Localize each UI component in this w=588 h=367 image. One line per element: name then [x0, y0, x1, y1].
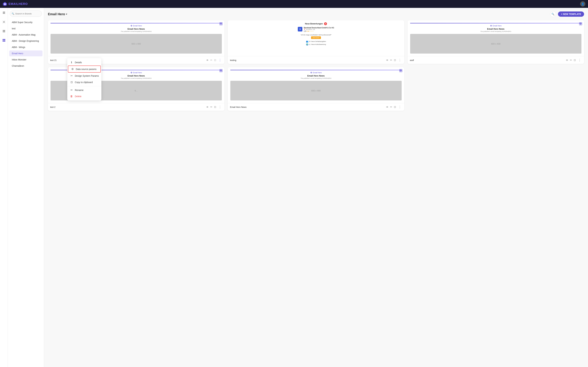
brand-title-text: Email Hero	[48, 12, 65, 16]
copy-icon[interactable]: ⊡	[394, 106, 396, 108]
card-preview: Email Hero Email Hero News The publisher…	[48, 20, 225, 56]
svg-rect-15	[4, 41, 5, 42]
main-content: Email Hero ▾ 🔍 + NEW TEMPLATE Email Hero…	[44, 8, 588, 367]
card-title: Email Hero News	[307, 75, 325, 77]
review-read-button[interactable]: Jetzt lesen	[311, 36, 321, 39]
svg-rect-4	[3, 12, 5, 13]
header-actions: 🔍 + NEW TEMPLATE	[550, 11, 584, 17]
sidebar-icon-apps[interactable]	[1, 37, 7, 43]
svg-rect-34	[220, 69, 221, 70]
sidebar-icon-grid[interactable]	[1, 28, 7, 34]
sidebar-item-abm-design[interactable]: ABM - Design Engineering	[9, 38, 43, 44]
menu-item-design-system-params[interactable]: ✂ Design System Params	[67, 73, 101, 79]
svg-rect-37	[221, 71, 222, 72]
stat-icon-0: 👥	[306, 40, 308, 43]
edit-icon[interactable]: ✏	[210, 106, 212, 108]
more-button[interactable]: ⋮	[218, 58, 222, 62]
view-icon[interactable]: 👁	[206, 59, 209, 62]
more-button[interactable]: ⋮	[218, 105, 222, 109]
copy-icon[interactable]: ⊡	[214, 59, 216, 62]
more-button[interactable]: ⋮	[398, 58, 402, 62]
card-title: Email Hero News	[487, 28, 504, 30]
more-button[interactable]: ⋮	[398, 105, 402, 109]
menu-item-rename[interactable]: ✏ Rename	[67, 87, 101, 93]
new-template-button[interactable]: + NEW TEMPLATE	[558, 11, 584, 17]
search-button[interactable]: 🔍	[550, 11, 556, 17]
search-input[interactable]	[15, 12, 43, 15]
copy-icon[interactable]: ⊡	[394, 59, 396, 62]
menu-icon-design-system-params: ✂	[70, 74, 73, 77]
menu-divider	[67, 86, 101, 86]
search-box: 🔍 +	[10, 10, 42, 17]
icon-sidebar	[0, 8, 8, 367]
menu-label-data-source-params: Data source params	[76, 68, 96, 70]
brand-title[interactable]: Email Hero ▾	[48, 12, 67, 16]
stat-label-1: Neue Kulturbewertung	[311, 44, 326, 45]
svg-rect-3	[3, 12, 5, 12]
grid-icon[interactable]	[579, 22, 582, 26]
template-card-email-hero-news: Email Hero Email Hero News The publisher…	[228, 67, 404, 111]
sidebar-item-abm-wings[interactable]: ABM - Wings	[9, 44, 43, 50]
menu-item-details[interactable]: ℹ Details	[67, 59, 101, 66]
edit-icon[interactable]: ✏	[570, 59, 572, 62]
card-actions: 👁 ✏ ⊡ ⋮	[386, 58, 402, 62]
sidebar-item-test[interactable]: test	[9, 25, 43, 32]
menu-label-rename: Rename	[75, 89, 84, 92]
svg-rect-9	[4, 30, 5, 31]
svg-rect-11	[4, 31, 5, 32]
svg-rect-35	[221, 69, 222, 70]
template-card-test21: Email Hero Email Hero News The publisher…	[48, 20, 225, 64]
sidebar-icon-tools[interactable]	[1, 19, 7, 25]
edit-icon[interactable]: ✏	[210, 59, 212, 62]
card-subtitle: The publisher's email templating SUPERHE…	[121, 31, 152, 32]
navbar: EMAILHERO 👤	[0, 0, 588, 8]
view-icon[interactable]: 👁	[206, 106, 209, 108]
review-text: "Ich bin mega unzufrieden! Nicht profess…	[301, 34, 332, 36]
grid-icon[interactable]	[219, 69, 223, 73]
sidebar-item-abm-auto[interactable]: ABM - Automation Mag	[9, 32, 43, 38]
menu-item-delete[interactable]: 🗑 Delete	[67, 93, 101, 100]
stat-icon-1: 🌍	[306, 43, 308, 46]
svg-rect-26	[579, 22, 580, 24]
grid-icon[interactable]	[399, 69, 402, 73]
sidebar-item-inbox-monster[interactable]: Inbox Monster	[9, 57, 43, 63]
svg-rect-8	[3, 30, 4, 31]
svg-rect-29	[581, 24, 582, 25]
copy-icon[interactable]: ⊡	[214, 106, 216, 108]
svg-rect-14	[3, 41, 4, 42]
template-card-asdf: Email Hero Email Hero News The publisher…	[407, 20, 584, 64]
view-icon[interactable]: 👁	[386, 106, 389, 108]
menu-label-details: Details	[75, 61, 82, 64]
svg-rect-42	[399, 69, 401, 70]
sidebar-item-abm-super[interactable]: ABM Super Security	[9, 19, 43, 25]
svg-rect-28	[579, 24, 580, 25]
search-icon: 🔍	[12, 12, 14, 15]
more-button[interactable]: ⋮	[578, 58, 582, 62]
company-details: Randstad Deutschland GmbH & Co KG 📍 Esch…	[304, 27, 334, 32]
stat-count-0: 3	[309, 41, 310, 42]
copy-icon[interactable]: ⊡	[574, 59, 576, 62]
main-header: Email Hero ▾ 🔍 + NEW TEMPLATE	[48, 11, 584, 17]
view-icon[interactable]: 👁	[386, 59, 389, 62]
template-card-testing: Neue Bewertungen 8 R Randstad Deutschlan…	[228, 20, 404, 64]
edit-icon[interactable]: ✏	[390, 106, 392, 108]
sidebar-item-chamaileon[interactable]: Chamaileon	[9, 63, 43, 69]
logo-text: EMAILHERO	[9, 2, 28, 6]
menu-item-data-source-params[interactable]: ⚙ Data source params	[68, 66, 101, 73]
sidebar-icon-documents[interactable]	[1, 10, 7, 16]
review-stat-1: 🌍 1 Neue Kulturbewertung	[306, 43, 326, 46]
svg-rect-21	[221, 24, 222, 25]
svg-rect-12	[3, 39, 4, 40]
view-icon[interactable]: 👁	[566, 59, 568, 62]
avatar[interactable]: 👤	[580, 1, 585, 7]
brands-sidebar: 🔍 + ABM Super SecuritytestABM - Automati…	[8, 8, 44, 367]
svg-rect-43	[401, 69, 402, 70]
card-footer: testing 👁 ✏ ⊡ ⋮	[228, 56, 404, 64]
sidebar-item-email-hero[interactable]: Email Hero	[9, 50, 43, 56]
edit-icon[interactable]: ✏	[390, 59, 392, 62]
card-actions: 👁 ✏ ⊡ ⋮	[386, 105, 402, 109]
grid-icon[interactable]	[219, 22, 223, 26]
company-rating: 1,6 ★★☆☆☆	[304, 30, 334, 32]
logo: EMAILHERO	[3, 2, 28, 6]
menu-item-copy-to-clipboard[interactable]: ⊡ Copy to clipboard	[67, 79, 101, 85]
